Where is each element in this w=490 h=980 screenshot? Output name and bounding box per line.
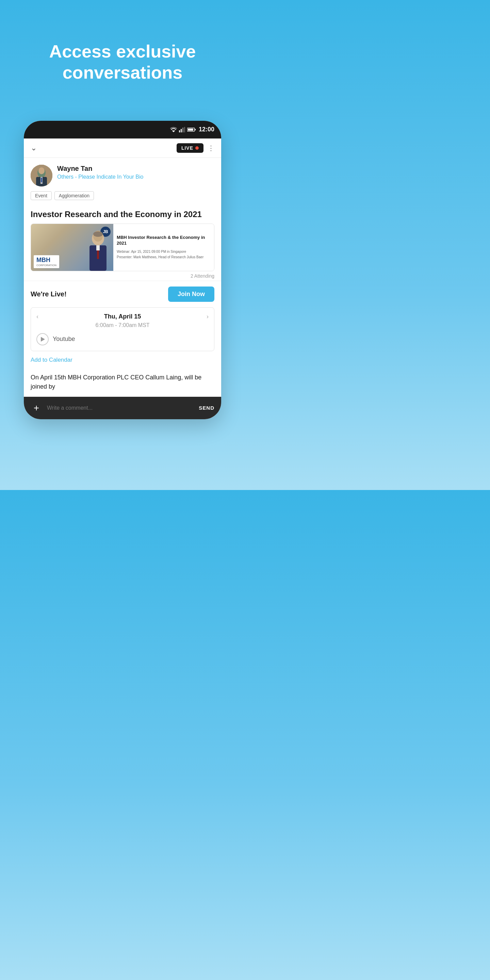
event-right-details: Webinar: Apr 15, 2021 09:00 PM in Singap…: [117, 249, 211, 260]
comment-bar: + SEND: [24, 397, 221, 419]
svg-rect-2: [181, 129, 182, 132]
post-title: Investor Research and the Economy in 202…: [24, 204, 221, 224]
tag-event: Event: [30, 191, 52, 200]
svg-rect-14: [41, 178, 42, 182]
presenter-label: Presenter:: [117, 255, 132, 259]
schedule-platform: Youtube: [37, 333, 208, 345]
presenter-figure: [83, 227, 113, 271]
event-image-right: MBH Investor Research & the Economy in 2…: [113, 224, 214, 271]
nav-right-actions: LIVE ⋮: [177, 143, 215, 153]
event-date: Apr 15, 2021 09:00 PM in Singapore: [131, 250, 186, 253]
phone-container: 12:00 ⌄ LIVE ⋮: [24, 121, 221, 419]
tag-agglomeration: Agglomeration: [54, 191, 94, 200]
live-dot-icon: [195, 146, 199, 150]
comment-input[interactable]: [47, 405, 194, 411]
svg-rect-6: [195, 129, 196, 130]
description-text: On April 15th MBH Corporation PLC CEO Ca…: [30, 373, 215, 391]
signal-icon: [179, 127, 185, 132]
svg-marker-0: [172, 130, 175, 132]
webinar-label: Webinar:: [117, 250, 130, 253]
user-details: Wayne Tan Others - Please Indicate In Yo…: [57, 165, 215, 180]
more-options-icon[interactable]: ⋮: [208, 144, 215, 152]
svg-point-11: [38, 167, 45, 174]
back-chevron-icon[interactable]: ⌄: [30, 143, 37, 153]
schedule-time: 6:00am - 7:00am MST: [37, 322, 208, 328]
user-header: Wayne Tan Others - Please Indicate In Yo…: [30, 165, 215, 186]
add-media-button[interactable]: +: [30, 402, 42, 414]
svg-rect-20: [96, 245, 100, 250]
join-now-button[interactable]: Join Now: [168, 286, 215, 302]
description-section: On April 15th MBH Corporation PLC CEO Ca…: [24, 366, 221, 397]
live-banner: We're Live! Join Now: [24, 281, 221, 307]
play-icon: [37, 333, 49, 345]
user-subtitle: Others - Please Indicate In Your Bio: [57, 174, 215, 180]
schedule-section: ‹ Thu, April 15 › 6:00am - 7:00am MST Yo…: [30, 307, 215, 351]
event-image: JB MBH CORPORATION: [30, 224, 215, 271]
status-icons: [170, 127, 196, 132]
send-button[interactable]: SEND: [199, 405, 215, 411]
avatar: [30, 165, 52, 186]
add-to-calendar-link[interactable]: Add to Calendar: [24, 351, 221, 366]
schedule-date: Thu, April 15: [104, 313, 141, 320]
platform-name: Youtube: [53, 336, 75, 343]
svg-rect-4: [184, 127, 185, 132]
event-image-left: JB MBH CORPORATION: [31, 224, 113, 271]
schedule-date-row: ‹ Thu, April 15 ›: [37, 313, 208, 320]
status-bar: 12:00: [24, 121, 221, 138]
top-nav: ⌄ LIVE ⋮: [24, 138, 221, 158]
user-section: Wayne Tan Others - Please Indicate In Yo…: [24, 158, 221, 204]
prev-date-icon[interactable]: ‹: [37, 313, 38, 320]
attending-row: 2 Attending: [24, 271, 221, 281]
live-badge: LIVE: [177, 143, 204, 153]
svg-rect-3: [182, 127, 183, 132]
svg-rect-1: [179, 130, 180, 132]
time-display: 12:00: [199, 126, 215, 133]
next-date-icon[interactable]: ›: [207, 313, 208, 320]
event-presenter: Mark Matthews, Head of Research Julius B…: [134, 255, 204, 259]
hero-section: Access exclusive conversations: [0, 0, 245, 111]
avatar-image: [30, 165, 52, 186]
live-banner-text: We're Live!: [30, 290, 67, 298]
svg-point-17: [93, 231, 103, 237]
hero-title: Access exclusive conversations: [49, 41, 196, 83]
svg-rect-7: [188, 129, 193, 130]
event-right-title: MBH Investor Research & the Economy in 2…: [117, 235, 211, 247]
play-triangle-icon: [41, 337, 45, 342]
battery-icon: [187, 127, 196, 132]
wifi-icon: [170, 127, 177, 132]
live-label: LIVE: [181, 145, 193, 151]
mbh-logo: MBH CORPORATION: [34, 255, 59, 268]
user-name: Wayne Tan: [57, 165, 215, 172]
user-tags: Event Agglomeration: [30, 191, 215, 200]
